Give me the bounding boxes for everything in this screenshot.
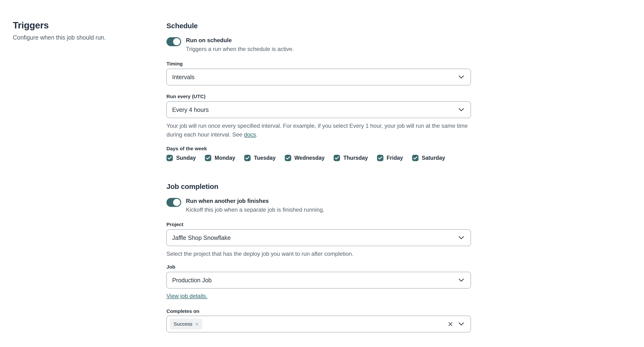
day-label: Tuesday — [254, 155, 276, 161]
job-select-value: Production Job — [172, 277, 212, 284]
chevron-down-icon — [458, 75, 464, 79]
run-every-help-text: Your job will run once every specified i… — [166, 121, 471, 139]
help-text-body: Your job will run once every specified i… — [166, 123, 468, 138]
day-label: Monday — [214, 155, 235, 161]
run-when-finishes-description: Kickoff this job when a separate job is … — [186, 206, 324, 213]
day-checkbox-sunday[interactable]: Sunday — [166, 155, 196, 161]
days-of-week-label: Days of the week — [166, 146, 471, 152]
run-every-field: Run every (UTC) Every 4 hours Your job w… — [166, 93, 471, 139]
checkbox-checked-icon — [334, 155, 340, 161]
page-title: Triggers — [13, 20, 166, 31]
chevron-down-icon — [458, 322, 464, 326]
run-when-finishes-toggle[interactable] — [166, 198, 181, 207]
checkbox-checked-icon — [412, 155, 418, 161]
checkbox-checked-icon — [205, 155, 211, 161]
day-label: Wednesday — [294, 155, 324, 161]
run-every-select[interactable]: Every 4 hours — [166, 101, 471, 118]
run-when-finishes-label: Run when another job finishes — [186, 197, 324, 205]
chevron-down-icon — [458, 236, 464, 239]
job-select[interactable]: Production Job — [166, 272, 471, 289]
timing-field: Timing Intervals — [166, 61, 471, 85]
run-on-schedule-description: Triggers a run when the schedule is acti… — [186, 45, 294, 53]
triggers-settings-page: Triggers Configure when this job should … — [0, 0, 644, 332]
day-checkbox-monday[interactable]: Monday — [205, 155, 235, 161]
checkbox-checked-icon — [166, 155, 173, 161]
selected-chip-success: Success — [170, 319, 202, 330]
project-select-value: Jaffle Shop Snowflake — [172, 234, 231, 241]
chevron-down-icon — [458, 279, 464, 282]
project-select[interactable]: Jaffle Shop Snowflake — [166, 229, 471, 246]
toggle-knob-icon — [173, 38, 180, 45]
run-every-label: Run every (UTC) — [166, 93, 471, 99]
day-label: Friday — [387, 155, 403, 161]
completes-on-multiselect[interactable]: Success — [166, 316, 471, 332]
chip-remove-icon[interactable] — [196, 323, 198, 326]
days-of-week-row: Sunday Monday Tuesday Wednesday Thursday — [166, 155, 471, 161]
chip-label: Success — [174, 321, 192, 327]
completes-on-label: Completes on — [166, 308, 471, 314]
job-label: Job — [166, 264, 471, 270]
timing-label: Timing — [166, 61, 471, 67]
day-checkbox-tuesday[interactable]: Tuesday — [244, 155, 276, 161]
checkbox-checked-icon — [377, 155, 384, 161]
day-label: Thursday — [343, 155, 368, 161]
run-on-schedule-row: Run on schedule Triggers a run when the … — [166, 37, 471, 53]
help-text-suffix: . — [256, 131, 258, 138]
completes-on-field: Completes on Success — [166, 308, 471, 332]
clear-selection-icon[interactable] — [448, 322, 453, 327]
day-checkbox-thursday[interactable]: Thursday — [334, 155, 368, 161]
docs-link[interactable]: docs — [244, 131, 256, 138]
day-label: Sunday — [176, 155, 196, 161]
timing-select-value: Intervals — [172, 74, 194, 81]
job-completion-heading: Job completion — [166, 182, 471, 191]
checkbox-checked-icon — [244, 155, 251, 161]
run-on-schedule-toggle[interactable] — [166, 37, 181, 46]
day-label: Saturday — [422, 155, 445, 161]
project-help-text: Select the project that has the deploy j… — [166, 249, 471, 258]
days-of-week-field: Days of the week Sunday Monday Tuesday W… — [166, 146, 471, 161]
checkbox-checked-icon — [285, 155, 291, 161]
project-label: Project — [166, 221, 471, 228]
day-checkbox-saturday[interactable]: Saturday — [412, 155, 445, 161]
view-job-details-link[interactable]: View job details. — [166, 293, 208, 300]
timing-select[interactable]: Intervals — [166, 69, 471, 85]
job-field: Job Production Job View job details. — [166, 264, 471, 300]
run-when-finishes-row: Run when another job finishes Kickoff th… — [166, 197, 471, 213]
chevron-down-icon — [458, 108, 464, 111]
project-field: Project Jaffle Shop Snowflake Select the… — [166, 221, 471, 258]
left-column: Triggers Configure when this job should … — [0, 20, 166, 332]
schedule-heading: Schedule — [166, 21, 471, 30]
day-checkbox-wednesday[interactable]: Wednesday — [285, 155, 324, 161]
page-subtitle: Configure when this job should run. — [13, 34, 166, 41]
day-checkbox-friday[interactable]: Friday — [377, 155, 403, 161]
run-every-select-value: Every 4 hours — [172, 106, 209, 113]
run-on-schedule-label: Run on schedule — [186, 37, 294, 44]
toggle-knob-icon — [173, 199, 180, 206]
settings-form: Schedule Run on schedule Triggers a run … — [166, 20, 471, 332]
